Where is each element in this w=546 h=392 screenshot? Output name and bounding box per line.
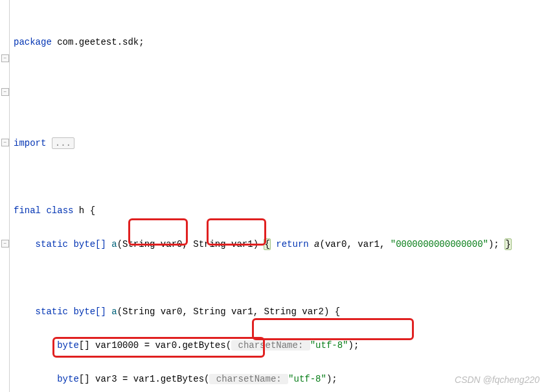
fold-marker-icon[interactable]: − (1, 54, 9, 62)
param-hint: charsetName: (231, 340, 310, 351)
package-name: com.geetest.sdk; (57, 37, 144, 47)
keyword-package: package (14, 37, 57, 47)
brace: { (90, 205, 95, 216)
code-line: byte[] var10000 = var0.getBytes( charset… (14, 337, 546, 354)
keyword-byte: byte (57, 340, 79, 351)
code: ); (348, 340, 359, 351)
blank-line (14, 168, 546, 185)
keyword-import: import (14, 138, 52, 148)
method-name: a (111, 306, 117, 317)
blank-line (14, 67, 546, 84)
args-end: ); (488, 239, 505, 249)
fold-marker-icon[interactable]: − (1, 240, 9, 248)
return-type: byte[] (73, 239, 111, 249)
params: (String var0, String var1) (117, 239, 264, 249)
gutter: − − − − (0, 0, 10, 392)
params: (String var0, String var1, String var2) … (117, 306, 340, 317)
keyword-static: static (36, 239, 74, 249)
folded-imports-icon[interactable]: ... (52, 137, 74, 149)
code: ); (326, 374, 337, 384)
call: a (314, 239, 319, 249)
code: [] var10000 = var0.getBytes( (79, 340, 231, 351)
blank-line (14, 270, 546, 286)
code-line: byte[] var3 = var1.getBytes( charsetName… (14, 371, 546, 387)
keyword-return: return (271, 239, 314, 249)
keyword-final: final (14, 205, 46, 216)
class-name: h (79, 205, 90, 216)
return-type: byte[] (73, 306, 111, 317)
keyword-class: class (46, 205, 78, 216)
code-line: final class h { (14, 202, 546, 219)
code-line: static byte[] a(String var0, String var1… (14, 303, 546, 320)
args: (var0, var1, (320, 239, 391, 249)
string-literal: "0000000000000000" (391, 239, 488, 249)
method-name: a (111, 239, 117, 249)
param-hint: charsetName: (209, 374, 288, 384)
code-editor[interactable]: − − − − package com.geetest.sdk; import … (0, 0, 546, 392)
blank-line (14, 101, 546, 118)
keyword-static: static (36, 306, 74, 317)
code-area[interactable]: package com.geetest.sdk; import ... fina… (10, 0, 546, 392)
fold-marker-icon[interactable]: − (1, 139, 9, 146)
string-literal: "utf-8" (310, 340, 348, 351)
code-line: package com.geetest.sdk; (14, 34, 546, 51)
code: [] var3 = var1.getBytes( (79, 374, 210, 384)
code-line: static byte[] a(String var0, String var1… (14, 236, 546, 253)
fold-marker-icon[interactable]: − (1, 88, 9, 96)
brace-close: } (505, 238, 511, 250)
brace-open: { (264, 238, 270, 250)
code-line: import ... (14, 135, 546, 152)
string-literal: "utf-8" (288, 374, 326, 384)
keyword-byte: byte (57, 374, 79, 384)
